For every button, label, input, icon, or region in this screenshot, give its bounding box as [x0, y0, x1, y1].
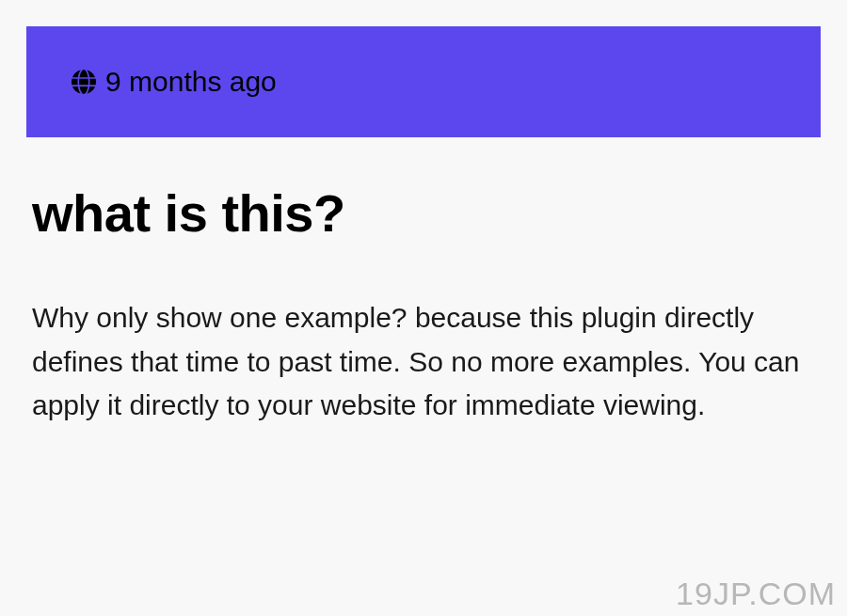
- timestamp-banner: 9 months ago: [26, 26, 821, 137]
- globe-icon: [72, 70, 96, 94]
- watermark-text: 19JP.COM: [676, 576, 836, 612]
- timestamp-text: 9 months ago: [105, 66, 277, 98]
- section-heading: what is this?: [32, 182, 815, 244]
- content-section: what is this? Why only show one example?…: [26, 182, 821, 428]
- section-body: Why only show one example? because this …: [32, 296, 815, 428]
